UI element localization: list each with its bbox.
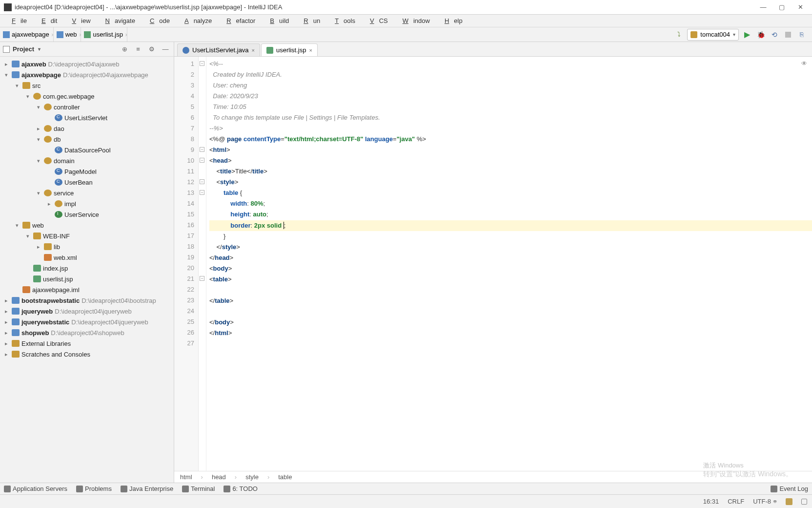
- editor-tab[interactable]: userlist.jsp×: [261, 43, 318, 56]
- hide-icon[interactable]: —: [160, 44, 171, 55]
- tree-twistie[interactable]: ▸: [3, 340, 10, 347]
- bottom-tool-6-todo[interactable]: 6: TODO: [223, 485, 258, 492]
- tree-node[interactable]: ▾WEB-INF: [0, 231, 174, 241]
- fold-toggle[interactable]: −: [200, 147, 204, 152]
- tree-node[interactable]: ▸lib: [0, 241, 174, 252]
- build-icon[interactable]: ⤵: [673, 29, 684, 40]
- tree-node[interactable]: ajaxwebpage.iml: [0, 284, 174, 295]
- run-button[interactable]: ▶: [742, 29, 752, 40]
- menu-help[interactable]: Help: [435, 16, 467, 26]
- expand-all-icon[interactable]: ≡: [133, 44, 143, 55]
- editor-breadcrumb[interactable]: html›head›style›table: [174, 471, 812, 483]
- tree-node[interactable]: ▾web: [0, 220, 174, 231]
- tree-twistie[interactable]: ▾: [35, 190, 42, 196]
- bottom-tool-java-enterprise[interactable]: Java Enterprise: [121, 485, 173, 492]
- tree-twistie[interactable]: ▸: [46, 201, 53, 207]
- tree-twistie[interactable]: ▾: [24, 93, 31, 100]
- tree-twistie[interactable]: ▸: [3, 297, 10, 304]
- tree-node[interactable]: ▾domain: [0, 155, 174, 166]
- menu-view[interactable]: View: [62, 16, 95, 26]
- tree-twistie[interactable]: ▸: [35, 244, 42, 250]
- minimize-button[interactable]: —: [758, 2, 768, 12]
- menu-build[interactable]: Build: [260, 16, 294, 26]
- status-encoding[interactable]: UTF-8 ≑: [753, 498, 777, 505]
- close-button[interactable]: ✕: [795, 2, 805, 12]
- update-button[interactable]: ⎘: [796, 29, 807, 40]
- fold-toggle[interactable]: −: [200, 179, 204, 184]
- editor-crumb[interactable]: head: [212, 473, 226, 481]
- tree-node[interactable]: PageModel: [0, 166, 174, 177]
- status-lock-icon[interactable]: [801, 499, 807, 505]
- close-tab-icon[interactable]: ×: [252, 47, 255, 53]
- editor-crumb[interactable]: html: [180, 473, 192, 481]
- tree-node[interactable]: ▾controller: [0, 102, 174, 112]
- inspection-icon[interactable]: [801, 60, 809, 67]
- status-line-sep[interactable]: CRLF: [728, 498, 744, 505]
- tree-twistie[interactable]: ▾: [14, 83, 20, 89]
- tree-twistie[interactable]: ▾: [35, 136, 42, 143]
- tree-node[interactable]: ▾db: [0, 134, 174, 145]
- tree-twistie[interactable]: ▾: [35, 158, 42, 164]
- tree-node[interactable]: ▸jquerywebstaticD:\ideaproject04\jqueryw…: [0, 317, 174, 327]
- project-tree[interactable]: ▸ajaxwebD:\ideaproject04\ajaxweb▾ajaxweb…: [0, 57, 174, 483]
- run-config-selector[interactable]: tomcat004 ▾: [687, 29, 739, 41]
- code-area[interactable]: 1234567891011121314151617181920212223242…: [174, 57, 812, 471]
- debug-button[interactable]: 🐞: [755, 29, 766, 40]
- locate-icon[interactable]: ⊕: [119, 44, 130, 55]
- tree-node[interactable]: UserListServlet: [0, 112, 174, 123]
- editor-crumb[interactable]: table: [278, 473, 292, 481]
- tree-twistie[interactable]: ▾: [3, 72, 10, 78]
- menu-navigate[interactable]: Navigate: [96, 16, 140, 26]
- tree-twistie[interactable]: ▸: [3, 351, 10, 358]
- tree-node[interactable]: UserBean: [0, 177, 174, 188]
- bottom-tool-application-servers[interactable]: Application Servers: [4, 485, 67, 492]
- bottom-tool-terminal[interactable]: Terminal: [182, 485, 215, 492]
- editor-crumb[interactable]: style: [245, 473, 259, 481]
- menu-edit[interactable]: Edit: [32, 16, 62, 26]
- tree-twistie[interactable]: ▸: [3, 61, 10, 67]
- tree-node[interactable]: ▸ajaxwebD:\ideaproject04\ajaxweb: [0, 59, 174, 69]
- tree-node[interactable]: ▾src: [0, 80, 174, 91]
- tree-node[interactable]: ▾service: [0, 188, 174, 198]
- menu-analyze[interactable]: Analyze: [175, 16, 217, 26]
- tree-node[interactable]: ▸Scratches and Consoles: [0, 349, 174, 360]
- stop-button[interactable]: [783, 29, 793, 40]
- tree-twistie[interactable]: ▸: [35, 126, 42, 132]
- fold-column[interactable]: −−−−−−: [199, 57, 206, 471]
- tree-node[interactable]: index.jsp: [0, 263, 174, 274]
- code-content[interactable]: <%-- Created by IntelliJ IDEA. User: che…: [206, 57, 812, 471]
- coverage-button[interactable]: ⟲: [769, 29, 780, 40]
- tree-twistie[interactable]: ▾: [14, 222, 20, 229]
- tree-twistie[interactable]: ▸: [3, 308, 10, 315]
- tree-node[interactable]: ▸shopwebD:\ideaproject04\shopweb: [0, 327, 174, 338]
- tree-node[interactable]: userlist.jsp: [0, 274, 174, 284]
- tree-node[interactable]: ▸External Libraries: [0, 338, 174, 349]
- tree-twistie[interactable]: ▾: [24, 233, 31, 239]
- settings-icon[interactable]: ⚙: [146, 44, 157, 55]
- menu-file[interactable]: File: [2, 16, 32, 26]
- close-tab-icon[interactable]: ×: [309, 47, 312, 53]
- event-log-button[interactable]: Event Log: [771, 485, 808, 492]
- menu-window[interactable]: Window: [393, 16, 435, 26]
- status-inspection-icon[interactable]: [786, 498, 792, 505]
- maximize-button[interactable]: ▢: [777, 2, 787, 12]
- breadcrumb-item[interactable]: userlist.jsp: [81, 27, 127, 42]
- menu-tools[interactable]: Tools: [325, 16, 360, 26]
- tree-node[interactable]: ▾com.gec.webpage: [0, 91, 174, 102]
- fold-toggle[interactable]: −: [200, 61, 204, 66]
- tree-twistie[interactable]: ▸: [3, 319, 10, 325]
- fold-toggle[interactable]: −: [200, 190, 204, 195]
- fold-toggle[interactable]: −: [200, 276, 204, 281]
- fold-toggle[interactable]: −: [200, 158, 204, 163]
- tree-node[interactable]: ▸dao: [0, 123, 174, 134]
- tree-node[interactable]: ▸bootstrapwebstaticD:\ideaproject04\boot…: [0, 295, 174, 306]
- breadcrumb-item[interactable]: web: [54, 27, 81, 42]
- tree-node[interactable]: ▸jquerywebD:\ideaproject04\jqueryweb: [0, 306, 174, 317]
- tree-twistie[interactable]: ▾: [35, 104, 42, 110]
- menu-refactor[interactable]: Refactor: [217, 16, 260, 26]
- menu-vcs[interactable]: VCS: [360, 16, 393, 26]
- tree-node[interactable]: UserService: [0, 209, 174, 220]
- tree-node[interactable]: ▸impl: [0, 198, 174, 209]
- tree-node[interactable]: web.xml: [0, 252, 174, 263]
- tree-node[interactable]: ▾ajaxwebpageD:\ideaproject04\ajaxwebpage: [0, 69, 174, 80]
